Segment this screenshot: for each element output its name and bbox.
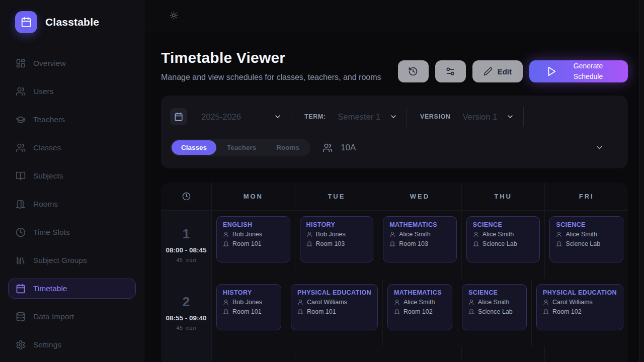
period-time-cell: 108:00 - 08:4545 min	[161, 211, 211, 279]
lesson-teacher: Carol Williams	[552, 299, 593, 306]
timetable-cell: HISTORYBob JonesRoom 103	[295, 211, 378, 279]
door-icon	[223, 241, 229, 247]
lesson-card[interactable]: SCIENCEAlice SmithScience Lab	[462, 284, 527, 330]
theme-toggle-button[interactable]	[170, 11, 178, 20]
sidebar-item-classes[interactable]: Classes	[8, 138, 136, 158]
lesson-card[interactable]: HISTORYBob JonesRoom 101	[216, 284, 281, 330]
lesson-room: Science Lab	[482, 240, 517, 247]
sidebar-item-teachers[interactable]: Teachers	[8, 110, 136, 130]
lesson-room: Room 101	[232, 240, 262, 247]
version-select[interactable]: Version 1	[453, 107, 523, 127]
lesson-card[interactable]: SCIENCEAlice SmithScience Lab	[549, 216, 623, 262]
lesson-subject: ENGLISH	[223, 221, 284, 228]
lesson-room: Science Lab	[478, 308, 513, 315]
library-icon	[16, 255, 26, 265]
lesson-teacher-line: Alice Smith	[394, 299, 446, 306]
app-logo[interactable]: Classtable	[8, 11, 136, 33]
timetable-header: MONTUEWEDTHUFRI	[161, 183, 628, 211]
door-icon	[306, 241, 312, 247]
tab-classes[interactable]: Classes	[172, 140, 216, 155]
lesson-card[interactable]: HISTORYBob JonesRoom 103	[300, 216, 374, 262]
sidebar-item-time-slots[interactable]: Time Slots	[8, 222, 136, 242]
period-duration: 45 min	[176, 325, 196, 331]
day-header-thu: THU	[461, 183, 545, 210]
divider	[523, 107, 524, 127]
sidebar-item-timetable[interactable]: Timetable	[8, 279, 136, 299]
lesson-room-line: Science Lab	[556, 240, 617, 247]
edit-button[interactable]: Edit	[472, 60, 523, 82]
lesson-subject: HISTORY	[306, 221, 367, 228]
generate-schedule-button[interactable]: Generate Schedule	[529, 60, 628, 82]
timetable-cell: PHYSICAL EDUCATIONCarol WilliamsRoom 101	[286, 279, 382, 346]
lesson-room-line: Room 103	[389, 240, 450, 247]
lesson-subject: SCIENCE	[468, 289, 520, 296]
entity-selector[interactable]: 10A	[323, 143, 356, 153]
term-select[interactable]: Semester 1	[329, 107, 407, 127]
lesson-teacher-line: Bob Jones	[223, 299, 275, 306]
lesson-room: Room 103	[316, 240, 345, 247]
day-header-mon: MON	[211, 183, 295, 210]
lesson-teacher: Bob Jones	[316, 231, 346, 238]
lesson-card[interactable]: ENGLISHBob JonesRoom 101	[216, 216, 290, 262]
version-label: VERSION	[420, 113, 450, 120]
lesson-card[interactable]: SCIENCEAlice SmithScience Lab	[466, 216, 540, 262]
timetable-cell: SCIENCEAlice SmithScience Lab	[544, 211, 628, 279]
sidebar-nav: OverviewUsersTeachersClassesSubjectsRoom…	[8, 53, 136, 355]
app-logo-calendar-icon	[15, 11, 37, 33]
time-column-header	[161, 183, 211, 210]
sidebar-item-rooms[interactable]: Rooms	[8, 194, 136, 214]
page-title: Timetable Viewer	[161, 49, 381, 66]
timetable-row-clipped	[161, 346, 628, 362]
lesson-card[interactable]: PHYSICAL EDUCATIONCarol WilliamsRoom 102	[536, 284, 623, 330]
timetable-cell: HISTORYBob JonesRoom 101	[211, 279, 286, 346]
person-icon	[468, 299, 474, 305]
sidebar-item-users[interactable]: Users	[8, 81, 136, 102]
sidebar-item-data-import[interactable]: Data Import	[8, 307, 136, 327]
lesson-teacher: Alice Smith	[482, 231, 514, 238]
chevron-down-icon	[506, 113, 514, 121]
filter-panel: 2025-2026 TERM: Semester 1 VERSION Versi…	[161, 96, 628, 168]
tab-rooms[interactable]: Rooms	[267, 140, 309, 155]
term-label: TERM:	[304, 113, 326, 120]
lesson-teacher: Alice Smith	[566, 231, 597, 238]
divider	[291, 107, 291, 127]
door-icon	[556, 241, 562, 247]
door-open-icon	[16, 199, 26, 209]
calendar-icon	[16, 284, 26, 294]
app-name: Classtable	[45, 16, 99, 28]
lesson-card[interactable]: MATHEMATICSAlice SmithRoom 102	[387, 284, 452, 330]
expand-chevron-down-icon[interactable]	[595, 143, 604, 152]
calendar-filter-button[interactable]	[170, 108, 187, 125]
lesson-teacher: Alice Smith	[478, 299, 510, 306]
sidebar-item-label: Users	[33, 87, 53, 96]
sidebar-item-subject-groups[interactable]: Subject Groups	[8, 250, 136, 270]
door-icon	[394, 309, 400, 315]
view-options-button[interactable]	[435, 60, 466, 82]
lesson-teacher: Bob Jones	[232, 231, 262, 238]
users-icon	[16, 86, 26, 97]
lesson-room-line: Science Lab	[473, 240, 534, 247]
sidebar-item-settings[interactable]: Settings	[8, 335, 136, 355]
timetable-cell: SCIENCEAlice SmithScience Lab	[461, 211, 545, 279]
school-year-select[interactable]: 2025-2026	[192, 107, 291, 127]
tab-teachers[interactable]: Teachers	[217, 140, 266, 155]
filter-row-selectors: 2025-2026 TERM: Semester 1 VERSION Versi…	[170, 107, 619, 127]
lesson-card[interactable]: PHYSICAL EDUCATIONCarol WilliamsRoom 101	[291, 284, 378, 330]
sidebar-item-overview[interactable]: Overview	[8, 53, 136, 73]
generate-schedule-label: Generate Schedule	[565, 61, 611, 82]
sidebar-item-subjects[interactable]: Subjects	[8, 166, 136, 186]
filter-row-view: ClassesTeachersRooms 10A	[170, 139, 619, 156]
lesson-teacher-line: Alice Smith	[556, 231, 617, 238]
topbar	[144, 0, 644, 31]
vertical-scrollbar[interactable]	[639, 0, 644, 362]
lesson-room-line: Room 101	[297, 308, 371, 315]
term-value: Semester 1	[338, 112, 380, 122]
lesson-card[interactable]: MATHEMATICSAlice SmithRoom 103	[383, 216, 457, 262]
history-button[interactable]	[398, 60, 429, 82]
sidebar-item-label: Timetable	[33, 284, 67, 293]
lesson-teacher-line: Carol Williams	[543, 299, 617, 306]
sliders-icon	[445, 66, 455, 76]
main-area: Timetable Viewer Manage and view schedul…	[144, 0, 644, 362]
lesson-teacher-line: Alice Smith	[389, 231, 450, 238]
timetable-cell: MATHEMATICSAlice SmithRoom 103	[378, 211, 461, 279]
